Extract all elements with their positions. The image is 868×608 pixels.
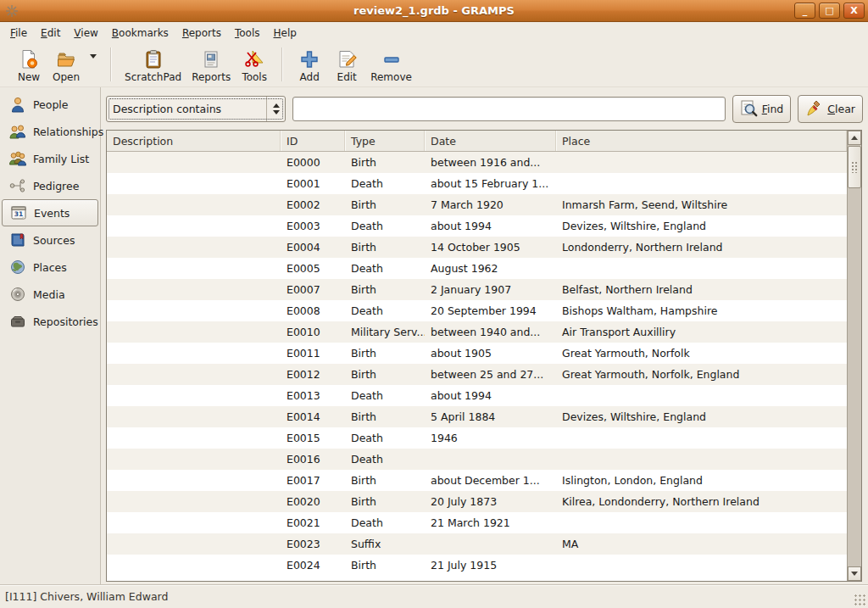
table-row[interactable]: E0008 Death 20 September 1994 Bishops Wa… <box>107 300 847 321</box>
new-button[interactable]: New <box>10 44 47 85</box>
sidebar-item-pedigree[interactable]: Pedigree <box>2 172 98 199</box>
scrollbar-trough[interactable] <box>848 188 861 566</box>
cell-type: Birth <box>345 470 425 491</box>
table-row[interactable]: E0003 Death about 1994 Devizes, Wiltshir… <box>107 215 847 237</box>
open-dropdown-button[interactable] <box>85 44 102 85</box>
resize-grip-icon[interactable] <box>854 594 866 606</box>
sidebar-item-places[interactable]: Places <box>2 254 98 281</box>
sidebar-item-people[interactable]: People <box>2 91 98 118</box>
menu-file[interactable]: File <box>3 25 34 42</box>
table-row[interactable]: E0010 Military Serv... between 1940 and.… <box>107 321 847 343</box>
close-icon[interactable]: X <box>843 3 865 19</box>
vertical-scrollbar[interactable] <box>847 131 861 581</box>
table-row[interactable]: E0016 Death <box>107 449 847 470</box>
maximize-icon[interactable]: □ <box>819 3 840 19</box>
cell-type: Death <box>345 300 425 321</box>
table-row[interactable]: E0002 Birth 7 March 1920 Inmarsh Farm, S… <box>107 194 847 215</box>
add-button-label: Add <box>300 71 320 83</box>
table-row[interactable]: E0007 Birth 2 January 1907 Belfast, Nort… <box>107 279 847 300</box>
cell-description <box>107 300 281 321</box>
edit-button[interactable]: Edit <box>328 44 365 85</box>
table-row[interactable]: E0021 Death 21 March 1921 <box>107 512 847 533</box>
cell-date: about 15 February 1... <box>425 173 556 194</box>
column-header-id[interactable]: ID <box>281 131 345 151</box>
cell-date: 21 July 1915 <box>425 555 556 576</box>
table-row[interactable]: E0015 Death 1946 <box>107 427 847 449</box>
menu-help[interactable]: Help <box>267 25 303 42</box>
menu-bookmarks[interactable]: Bookmarks <box>105 25 175 42</box>
table-row[interactable]: E0011 Birth about 1905 Great Yarmouth, N… <box>107 343 847 364</box>
column-header-type[interactable]: Type <box>345 131 425 151</box>
remove-minus-icon <box>381 49 402 70</box>
menu-edit[interactable]: Edit <box>34 25 67 42</box>
scratchpad-clipboard-icon <box>143 49 164 70</box>
column-header-date[interactable]: Date <box>425 131 556 151</box>
search-input[interactable] <box>292 97 726 121</box>
table-row[interactable]: E0000 Birth between 1916 and... <box>107 152 847 173</box>
cell-place: Inmarsh Farm, Seend, Wiltshire <box>556 194 847 215</box>
open-button[interactable]: Open <box>47 44 85 85</box>
cell-type: Death <box>345 449 425 470</box>
table-row[interactable]: E0024 Birth 21 July 1915 <box>107 555 847 576</box>
filter-field-selector[interactable]: Description contains <box>106 96 286 122</box>
minimize-icon[interactable]: _ <box>794 3 815 19</box>
cell-id: E0011 <box>281 343 345 364</box>
cell-place: Belfast, Northern Ireland <box>556 279 847 300</box>
scroll-down-icon[interactable] <box>848 566 861 581</box>
cell-place: Great Yarmouth, Norfolk <box>556 343 847 364</box>
scratchpad-button[interactable]: ScratchPad <box>120 44 186 85</box>
toolbar-separator <box>281 47 282 81</box>
toolbar: New Open ScratchPad Reports <box>0 42 868 87</box>
tools-button[interactable]: Tools <box>236 44 273 85</box>
cell-description <box>107 385 281 406</box>
new-document-icon <box>19 49 39 70</box>
add-button[interactable]: Add <box>291 44 328 85</box>
table-row[interactable]: E0012 Birth between 25 and 27... Great Y… <box>107 364 847 385</box>
cell-date <box>425 533 556 555</box>
tools-scissors-icon <box>244 49 264 70</box>
column-header-place[interactable]: Place <box>556 131 847 151</box>
sidebar-item-relationships[interactable]: Relationships <box>2 118 98 145</box>
menu-reports[interactable]: Reports <box>175 25 228 42</box>
scrollbar-thumb[interactable] <box>848 146 861 188</box>
sidebar: People Relationships Family List Pedigre… <box>0 87 101 584</box>
cell-description <box>107 343 281 364</box>
column-header-description[interactable]: Description <box>107 131 281 151</box>
cell-id: E0024 <box>281 555 345 576</box>
remove-button[interactable]: Remove <box>365 44 417 85</box>
sidebar-item-events[interactable]: 31 Events <box>2 199 98 226</box>
reports-button[interactable]: Reports <box>186 44 236 85</box>
menu-view[interactable]: View <box>67 25 104 42</box>
tools-button-label: Tools <box>242 71 267 83</box>
clear-broom-icon <box>805 99 824 118</box>
clear-button[interactable]: Clear <box>798 95 863 123</box>
places-globe-icon <box>9 259 26 276</box>
cell-place <box>556 258 847 279</box>
repositories-archive-icon <box>9 313 26 330</box>
cell-description <box>107 194 281 215</box>
cell-description <box>107 406 281 427</box>
table-row[interactable]: E0004 Birth 14 October 1905 Londonderry,… <box>107 237 847 258</box>
sidebar-item-media[interactable]: Media <box>2 281 98 308</box>
cell-id: E0013 <box>281 385 345 406</box>
table-row[interactable]: E0005 Death August 1962 <box>107 258 847 279</box>
cell-date: between 25 and 27... <box>425 364 556 385</box>
pedigree-icon <box>9 177 26 194</box>
cell-description <box>107 512 281 533</box>
cell-date: about 1994 <box>425 385 556 406</box>
table-row[interactable]: E0017 Birth about December 1... Islingto… <box>107 470 847 491</box>
cell-id: E0016 <box>281 449 345 470</box>
titlebar[interactable]: review2_1.grdb - GRAMPS _ □ X <box>0 0 868 22</box>
cell-id: E0000 <box>281 152 345 173</box>
sidebar-item-family-list[interactable]: Family List <box>2 145 98 172</box>
sidebar-item-repositories[interactable]: Repositories <box>2 308 98 335</box>
table-row[interactable]: E0001 Death about 15 February 1... <box>107 173 847 194</box>
menu-tools[interactable]: Tools <box>228 25 267 42</box>
sidebar-item-sources[interactable]: Sources <box>2 226 98 254</box>
table-row[interactable]: E0014 Birth 5 April 1884 Devizes, Wiltsh… <box>107 406 847 427</box>
table-row[interactable]: E0023 Suffix MA <box>107 533 847 555</box>
table-row[interactable]: E0020 Birth 20 July 1873 Kilrea, Londond… <box>107 491 847 512</box>
table-row[interactable]: E0013 Death about 1994 <box>107 385 847 406</box>
find-button[interactable]: Find <box>732 95 792 123</box>
scroll-up-icon[interactable] <box>848 131 861 145</box>
